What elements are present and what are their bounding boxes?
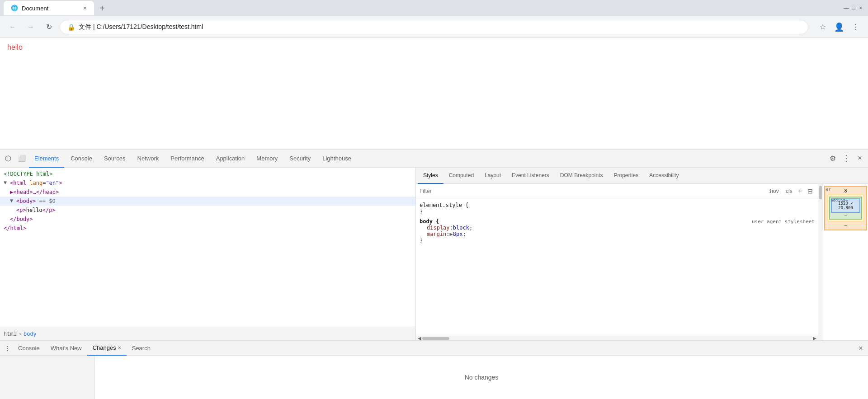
new-tab-button[interactable]: +: [96, 2, 108, 14]
tab-memory[interactable]: Memory: [251, 150, 283, 168]
tab-elements[interactable]: Elements: [29, 150, 64, 168]
page-content: hello: [0, 38, 868, 149]
styles-content: element.style { } body {: [416, 198, 818, 336]
tree-toggle[interactable]: ▼: [4, 179, 10, 187]
margin-semi: ;: [463, 231, 466, 237]
tab-console[interactable]: Console: [65, 150, 98, 168]
body-toggle[interactable]: ▼: [10, 197, 16, 205]
tree-line-body[interactable]: ▼ <body> == $0: [0, 197, 415, 206]
tree-line[interactable]: ▼ <html lang="en">: [0, 178, 415, 188]
styles-panel: Styles Computed Layout Event Listeners D…: [416, 168, 868, 340]
tab-performance[interactable]: Performance: [165, 150, 209, 168]
tree-line-close-html[interactable]: </html>: [0, 224, 415, 233]
styles-tab-layout[interactable]: Layout: [479, 168, 506, 184]
styles-filter-row: :hov .cls + ⊟: [416, 184, 818, 198]
forward-button[interactable]: →: [24, 20, 38, 34]
tab-favicon: 🌐: [11, 5, 18, 12]
drawer-tab-changes[interactable]: Changes ×: [87, 341, 127, 356]
lock-icon: 🔒: [67, 23, 75, 31]
margin-toggle-icon[interactable]: ▶: [450, 231, 453, 237]
changes-close-icon[interactable]: ×: [118, 345, 121, 351]
address-input[interactable]: 🔒 文件 | C:/Users/17121/Desktop/test/test.…: [60, 20, 808, 34]
no-changes-text: No changes: [465, 374, 499, 381]
devtools: ⬡ ⬜ Elements Console Sources Network Per…: [0, 149, 868, 399]
bookmark-icon[interactable]: ☆: [816, 20, 830, 34]
address-url: 文件 | C:/Users/17121/Desktop/test/test.ht…: [79, 23, 203, 31]
margin-top-value: 8: [844, 188, 847, 193]
browser-window: 🌐 Document × + — □ × ← → ↻ 🔒 文件 | C:/Use…: [0, 0, 868, 399]
drawer-menu-icon[interactable]: ⋮: [2, 343, 13, 354]
drawer-main: No changes: [95, 356, 868, 399]
styles-horiz-scroll[interactable]: ◀ ▶: [416, 336, 818, 340]
display-semi: ;: [469, 225, 472, 231]
drawer-tab-search[interactable]: Search: [127, 341, 156, 356]
breadcrumb-body[interactable]: body: [24, 331, 37, 338]
styles-tab-event-listeners[interactable]: Event Listeners: [506, 168, 555, 184]
tree-line[interactable]: ▶<head>…</head>: [0, 188, 415, 197]
horiz-scrollbar-thumb[interactable]: [422, 337, 449, 340]
scroll-arrow-left[interactable]: ◀: [418, 336, 421, 340]
cls-button[interactable]: .cls: [783, 187, 794, 195]
devtools-more-icon[interactable]: ⋮: [840, 152, 853, 164]
drawer-tab-console[interactable]: Console: [13, 341, 45, 356]
head-tree-item: ▶<head>…</head>: [10, 188, 59, 196]
tab-network[interactable]: Network: [132, 150, 165, 168]
filter-input[interactable]: [420, 186, 765, 196]
select-element-icon[interactable]: ⬡: [2, 152, 14, 164]
tab-lighthouse[interactable]: Lighthouse: [317, 150, 357, 168]
body-close-tag: </body>: [10, 215, 33, 223]
styles-vertical-scrollbar[interactable]: [818, 184, 823, 340]
element-style-selector: element.style {: [420, 202, 468, 208]
body-close-brace: }: [420, 237, 423, 244]
tab-title: Document: [22, 5, 48, 12]
profile-icon[interactable]: 👤: [832, 20, 846, 34]
styles-tabs: Styles Computed Layout Event Listeners D…: [416, 168, 868, 184]
tree-line-p[interactable]: <p>hello</p>: [0, 206, 415, 215]
styles-tab-computed[interactable]: Computed: [443, 168, 479, 184]
styles-tab-dom-breakpoints[interactable]: DOM Breakpoints: [555, 168, 609, 184]
refresh-button[interactable]: ↻: [42, 20, 56, 34]
element-style-close: }: [420, 208, 423, 215]
styles-tab-styles[interactable]: Styles: [418, 168, 443, 184]
tab-close-icon[interactable]: ×: [83, 5, 87, 12]
window-maximize-button[interactable]: □: [850, 5, 857, 12]
border-box: adding– 1520 × 20.800 –: [827, 194, 864, 222]
margin-box: er 8 adding–: [824, 186, 867, 230]
bottom-drawer: ⋮ Console What's New Changes × Search ×: [0, 340, 868, 399]
address-bar-row: ← → ↻ 🔒 文件 | C:/Users/17121/Desktop/test…: [0, 16, 868, 38]
devtools-main: <!DOCTYPE html> ▼ <html lang="en"> ▶<hea…: [0, 168, 868, 340]
pane-toggle-icon[interactable]: ⊟: [806, 187, 815, 196]
scroll-arrow-right[interactable]: ▶: [813, 336, 816, 340]
devtools-settings-icon[interactable]: ⚙: [826, 152, 839, 164]
tab-sources[interactable]: Sources: [99, 150, 131, 168]
scrollbar-thumb[interactable]: [819, 186, 822, 199]
padding-label: adding–: [830, 198, 848, 202]
margin-label: er: [826, 187, 831, 192]
drawer-close-button[interactable]: ×: [855, 343, 866, 354]
browser-tab[interactable]: 🌐 Document ×: [4, 1, 94, 15]
styles-tab-accessibility[interactable]: Accessibility: [644, 168, 684, 184]
drawer-sidebar: [0, 356, 95, 399]
elements-panel: <!DOCTYPE html> ▼ <html lang="en"> ▶<hea…: [0, 168, 416, 340]
tab-security[interactable]: Security: [284, 150, 316, 168]
drawer-tabs: ⋮ Console What's New Changes × Search ×: [0, 341, 868, 356]
device-toolbar-icon[interactable]: ⬜: [15, 152, 28, 164]
elements-tree: <!DOCTYPE html> ▼ <html lang="en"> ▶<hea…: [0, 168, 415, 328]
tree-line-close-body[interactable]: </body>: [0, 215, 415, 224]
more-options-icon[interactable]: ⋮: [848, 20, 863, 34]
drawer-tab-whats-new[interactable]: What's New: [45, 341, 87, 356]
toolbar-right: ☆ 👤 ⋮: [816, 20, 863, 34]
back-button[interactable]: ←: [5, 20, 20, 34]
window-close-button[interactable]: ×: [857, 5, 864, 12]
styles-tab-properties[interactable]: Properties: [609, 168, 644, 184]
body-selector: body {: [420, 218, 439, 225]
tab-application[interactable]: Application: [211, 150, 250, 168]
margin-bottom-value: –: [844, 223, 847, 228]
hov-button[interactable]: :hov: [767, 187, 781, 195]
add-style-icon[interactable]: +: [796, 186, 804, 196]
p-tree-item: <p>hello</p>: [16, 206, 56, 214]
window-minimize-button[interactable]: —: [843, 5, 850, 12]
breadcrumb-html[interactable]: html: [4, 331, 17, 338]
devtools-close-icon[interactable]: ×: [854, 152, 866, 164]
elements-breadcrumb: html › body: [0, 328, 415, 340]
